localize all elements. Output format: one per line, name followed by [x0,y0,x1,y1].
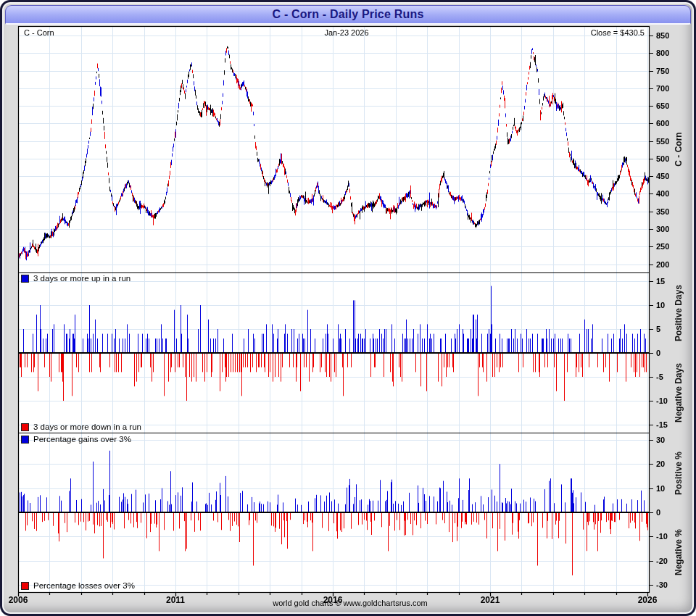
price-tick-label: 700 [656,84,669,93]
price-tick-label: 750 [656,67,669,75]
year-tick-label: 2021 [481,595,500,605]
pct-tick-label: -30 [656,580,668,589]
price-tick-label: 850 [656,31,669,40]
legend-pct-losses-label: Percentage losses over 3% [33,581,135,590]
legend-pct-gains-label: Percentage gains over 3% [33,435,131,444]
price-tick-label: 450 [656,172,669,180]
price-runs-chart-canvas [2,2,694,614]
days-tick-label: 5 [656,325,660,333]
year-tick-label: 2026 [638,595,658,605]
blue-square-icon [21,436,29,444]
price-tick-label: 600 [656,119,669,128]
price-tick-label: 400 [656,189,669,198]
positive-pct-axis-title: Positive % [674,451,684,495]
legend-up-runs-label: 3 days or more up in a run [33,274,130,283]
price-axis-title: C - Corn [674,132,684,166]
legend-down-runs: 3 days or more down in a run [21,423,141,431]
pct-tick-label: 10 [656,484,665,493]
negative-days-axis-title: Negative Days [674,363,684,423]
negative-pct-axis-title: Negative % [674,529,684,575]
price-tick-label: 350 [656,207,669,216]
days-tick-label: -15 [656,420,668,429]
price-tick-label: 650 [656,101,669,110]
price-tick-label: 550 [656,137,669,146]
legend-pct-losses: Percentage losses over 3% [21,581,135,590]
chart-credit: world gold charts © www.goldchartsrus.co… [273,599,428,607]
year-tick-label: 2006 [9,595,28,605]
pct-tick-label: 0 [656,508,660,517]
pct-tick-label: -20 [656,557,668,565]
legend-pct-gains: Percentage gains over 3% [21,435,131,444]
days-tick-label: 15 [656,277,665,286]
price-tick-label: 250 [656,242,669,251]
chart-window: C - Corn - Daily Price Runs C - Corn Jan… [0,0,696,616]
positive-days-axis-title: Positive Days [674,285,684,341]
pct-tick-label: -10 [656,532,668,541]
chart-close-label: Close = $430.5 [591,28,645,37]
price-tick-label: 800 [656,49,669,57]
days-tick-label: -10 [656,396,668,405]
year-tick-label: 2011 [166,595,185,605]
days-tick-label: 0 [656,349,660,357]
pct-tick-label: 20 [656,459,665,468]
price-tick-label: 200 [656,260,669,269]
days-tick-label: -5 [656,372,663,381]
price-tick-label: 300 [656,225,669,233]
pct-tick-label: 30 [656,436,665,444]
blue-square-icon [21,275,29,283]
chart-symbol-label: C - Corn [24,28,54,37]
red-square-icon [21,423,29,431]
days-tick-label: 10 [656,301,665,309]
legend-down-runs-label: 3 days or more down in a run [33,423,141,431]
legend-up-runs: 3 days or more up in a run [21,274,130,283]
price-tick-label: 500 [656,154,669,163]
year-tick-label: 2016 [323,595,343,605]
red-square-icon [21,582,29,590]
chart-date-label: Jan-23 2026 [324,28,368,37]
